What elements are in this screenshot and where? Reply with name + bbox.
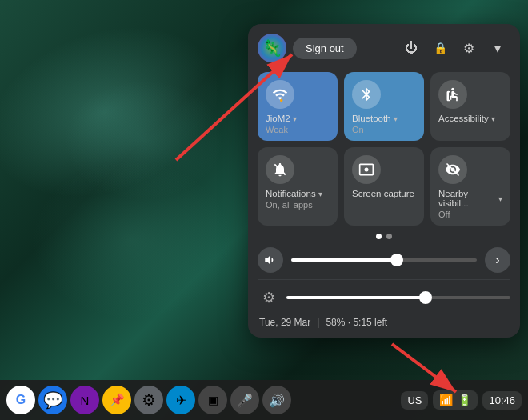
volume-thumb[interactable] [390, 254, 403, 266]
settings-button[interactable]: ⚙ [456, 35, 482, 61]
dot-1[interactable] [376, 234, 382, 239]
date-label: Tue, 29 Mar [259, 317, 310, 328]
lock-button[interactable]: 🔒 [427, 35, 453, 61]
avatar[interactable]: 🦎 [258, 34, 286, 62]
sign-out-button[interactable]: Sign out [293, 38, 357, 59]
svg-point-1 [451, 88, 454, 90]
battery-label: 58% · 5:15 left [326, 317, 387, 328]
time-group[interactable]: 10:46 [482, 391, 522, 410]
volume-icon[interactable] [258, 247, 283, 273]
country-group[interactable]: US [401, 391, 428, 410]
brightness-fill [286, 296, 426, 299]
taskbar-apps: G 💬 N 📌 ⚙ ✈ ▣ 🎤 🔊 [6, 386, 401, 414]
bottom-bar: ⚙ [258, 279, 510, 309]
brightness-thumb[interactable] [419, 291, 432, 304]
bluetooth-label: Bluetooth ▾ [352, 114, 416, 123]
notifications-label: Notifications ▾ [266, 189, 330, 198]
accessibility-tile[interactable]: Accessibility ▾ [430, 72, 510, 141]
wifi-status-icon: 📶 [439, 394, 453, 406]
nearby-icon [438, 155, 467, 184]
wifi-icon [266, 80, 294, 109]
qs-top-bar: 🦎 Sign out ⏻ 🔒 ⚙ ▾ [258, 34, 510, 62]
screen-capture-tile[interactable]: Screen capture [344, 147, 424, 226]
volume-taskbar-icon[interactable]: 🔊 [262, 386, 291, 414]
expand-button[interactable]: ▾ [485, 35, 510, 61]
messages-icon[interactable]: 💬 [38, 386, 67, 414]
telegram-icon[interactable]: ✈ [166, 386, 195, 414]
accessibility-label: Accessibility ▾ [438, 114, 502, 123]
volume-track[interactable] [291, 258, 477, 262]
quick-tiles-grid: JioM2 ▾ Weak Bluetooth ▾ On [258, 72, 510, 226]
pagination-dots [258, 234, 510, 239]
notifications-icon [266, 155, 294, 184]
status-group[interactable]: 📶 🔋 [433, 390, 478, 410]
battery-status-icon: 🔋 [458, 394, 471, 406]
wifi-tile[interactable]: JioM2 ▾ Weak [258, 72, 338, 141]
bluetooth-sub: On [352, 125, 416, 134]
keep-icon[interactable]: 📌 [102, 386, 131, 414]
svg-point-3 [365, 168, 369, 172]
power-button[interactable]: ⏻ [398, 35, 424, 61]
wifi-label: JioM2 ▾ [266, 114, 330, 123]
top-icons-group: ⏻ 🔒 ⚙ ▾ [398, 35, 510, 61]
brightness-settings-icon[interactable]: ⚙ [258, 286, 280, 309]
nearby-visibility-tile[interactable]: Nearby visibil... ▾ Off [430, 147, 510, 226]
bluetooth-tile[interactable]: Bluetooth ▾ On [344, 72, 424, 141]
google-icon[interactable]: G [6, 386, 35, 414]
notifications-sub: On, all apps [266, 200, 330, 210]
svg-point-0 [280, 99, 282, 102]
taskbar-right: US 📶 🔋 10:46 [401, 390, 522, 410]
dot-2[interactable] [386, 234, 392, 239]
bluetooth-icon [352, 80, 381, 109]
notifications-tile[interactable]: Notifications ▾ On, all apps [258, 147, 338, 226]
brightness-track[interactable] [286, 296, 510, 299]
quick-settings-panel: 🦎 Sign out ⏻ 🔒 ⚙ ▾ JioM2 ▾ Weak [248, 24, 520, 338]
volume-expand-button[interactable]: › [485, 247, 510, 273]
screen-capture-icon [352, 155, 381, 184]
nearby-label: Nearby visibil... ▾ [438, 189, 502, 208]
settings-app-icon[interactable]: ⚙ [134, 386, 163, 414]
nearby-sub: Off [438, 210, 502, 219]
volume-fill [291, 258, 397, 262]
accessibility-icon [438, 80, 467, 109]
date-battery-row: Tue, 29 Mar | 58% · 5:15 left [258, 317, 510, 328]
app-icon-1[interactable]: ▣ [198, 386, 227, 414]
taskbar: G 💬 N 📌 ⚙ ✈ ▣ 🎤 🔊 US 📶 🔋 10:46 [0, 380, 528, 420]
onenote-icon[interactable]: N [70, 386, 99, 414]
mic-taskbar-icon[interactable]: 🎤 [230, 386, 259, 414]
wifi-sub: Weak [266, 125, 330, 134]
clock: 10:46 [489, 394, 515, 406]
country-code: US [407, 394, 422, 406]
volume-slider-row: › [258, 247, 510, 273]
screen-capture-label: Screen capture [352, 189, 416, 198]
